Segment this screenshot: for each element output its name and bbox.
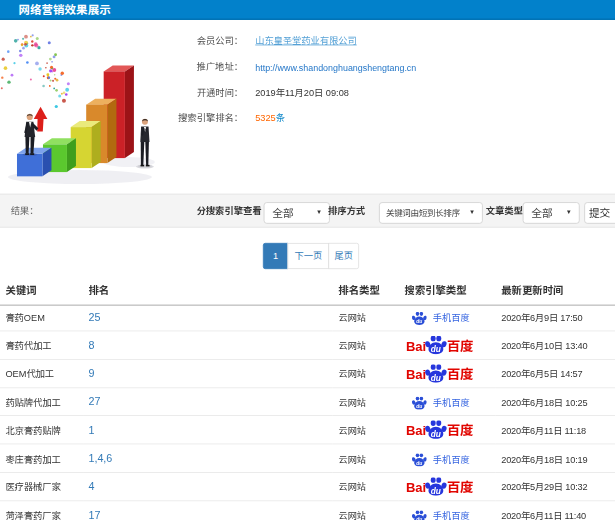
svg-text:百度: 百度 <box>447 424 474 439</box>
svg-text:du: du <box>416 461 422 466</box>
svg-text:Bai: Bai <box>406 367 426 382</box>
svg-text:Bai: Bai <box>406 480 426 495</box>
svg-text:Bai: Bai <box>406 338 426 353</box>
svg-text:du: du <box>431 372 441 382</box>
svg-text:du: du <box>431 429 441 439</box>
svg-text:du: du <box>416 404 422 409</box>
svg-text:百度: 百度 <box>447 367 474 382</box>
svg-text:Bai: Bai <box>406 423 426 438</box>
svg-text:百度: 百度 <box>447 339 474 354</box>
svg-text:du: du <box>431 344 441 354</box>
svg-text:百度: 百度 <box>447 480 474 495</box>
svg-text:du: du <box>416 319 422 324</box>
svg-text:du: du <box>431 486 441 496</box>
